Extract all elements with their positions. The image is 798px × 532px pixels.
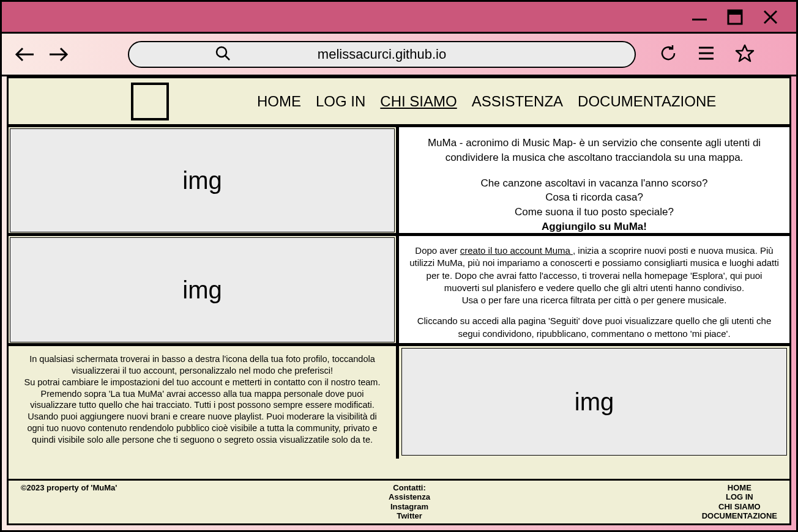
profile-p1: In qualsiasi schermata troverai in basso… (20, 353, 385, 377)
nav-chisiamo[interactable]: CHI SIAMO (380, 93, 457, 110)
intro-q2: Cosa ti ricorda casa? (411, 190, 777, 205)
footer: ©2023 property of 'MuMa' Contatti: Assis… (9, 479, 789, 523)
url-text: melissacurci.github.io (129, 46, 635, 62)
forward-icon[interactable] (47, 46, 69, 62)
maximize-icon[interactable] (726, 9, 744, 26)
intro-cta: Aggiungilo su MuMa! (411, 220, 777, 234)
footer-nav: HOME LOG IN CHI SIAMO DOCUMENTAZIONE (702, 483, 777, 521)
nav-login[interactable]: LOG IN (316, 93, 365, 110)
profile-p2: Su potrai cambiare le impostazioni del t… (20, 377, 385, 388)
intro-q1: Che canzone ascoltavi in vacanza l'anno … (411, 176, 777, 191)
nav-home[interactable]: HOME (257, 93, 301, 110)
intro-desc: MuMa - acronimo di Music Map- è un servi… (411, 136, 777, 165)
logo[interactable] (131, 83, 169, 120)
image-placeholder: img (401, 348, 787, 456)
back-icon[interactable] (14, 46, 36, 62)
svg-line-8 (225, 56, 229, 60)
search-icon (215, 45, 231, 64)
svg-point-7 (217, 47, 226, 57)
explore-p1: Dopo aver creato il tuo account Muma , i… (409, 245, 780, 294)
intro-q3: Come suona il tuo posto speciale? (411, 205, 777, 220)
section-intro: img MuMa - acronimo di Music Map- è un s… (9, 127, 789, 236)
explore-p2: Usa o per fare una ricerca filtrata per … (409, 294, 780, 306)
footer-contacts-label: Contatti: (389, 483, 430, 493)
close-icon[interactable] (762, 9, 779, 26)
footer-twitter-link[interactable]: Twitter (389, 511, 430, 521)
footer-contacts: Contatti: Assistenza Instagram Twitter (389, 483, 430, 521)
profile-p4: Usando puoi aggiungere nuovi brani e cre… (20, 411, 385, 446)
footer-assistenza-link[interactable]: Assistenza (389, 492, 430, 502)
footer-nav-home[interactable]: HOME (702, 483, 777, 493)
menu-icon[interactable] (697, 45, 715, 64)
profile-text: In qualsiasi schermata troverai in basso… (9, 346, 399, 459)
reload-icon[interactable] (659, 44, 677, 65)
title-bar (2, 2, 796, 34)
nav-assistenza[interactable]: ASSISTENZA (472, 93, 563, 110)
browser-window: melissacurci.github.io HOME LOG IN CHI S… (0, 0, 798, 532)
create-account-link[interactable]: creato il tuo account Muma (460, 245, 573, 256)
footer-instagram-link[interactable]: Instagram (389, 502, 430, 512)
svg-rect-2 (728, 10, 742, 15)
star-icon[interactable] (735, 43, 755, 65)
footer-nav-documentazione[interactable]: DOCUMENTAZIONE (702, 511, 777, 521)
image-placeholder: img (10, 128, 395, 232)
svg-marker-12 (736, 45, 753, 61)
profile-p3: Premendo sopra 'La tua MuMa' avrai acces… (20, 388, 385, 412)
intro-text: MuMa - acronimo di Music Map- è un servi… (399, 127, 789, 233)
section-explore: img Dopo aver creato il tuo account Muma… (9, 236, 789, 346)
explore-p3: Cliccando su accedi alla pagina 'Seguiti… (409, 315, 780, 340)
url-input[interactable]: melissacurci.github.io (128, 41, 636, 68)
site-nav: HOME LOG IN CHI SIAMO ASSISTENZA DOCUMEN… (9, 78, 789, 127)
footer-nav-login[interactable]: LOG IN (702, 492, 777, 502)
minimize-icon[interactable] (691, 9, 708, 26)
viewport: HOME LOG IN CHI SIAMO ASSISTENZA DOCUMEN… (2, 76, 796, 530)
section-profile: In qualsiasi schermata troverai in basso… (9, 346, 789, 459)
footer-copyright: ©2023 property of 'MuMa' (21, 483, 117, 521)
nav-documentazione[interactable]: DOCUMENTAZIONE (578, 93, 716, 110)
address-bar: melissacurci.github.io (2, 34, 796, 76)
explore-text: Dopo aver creato il tuo account Muma , i… (399, 236, 789, 343)
footer-nav-chisiamo[interactable]: CHI SIAMO (702, 502, 777, 512)
page: HOME LOG IN CHI SIAMO ASSISTENZA DOCUMEN… (7, 76, 791, 525)
image-placeholder: img (10, 237, 395, 342)
